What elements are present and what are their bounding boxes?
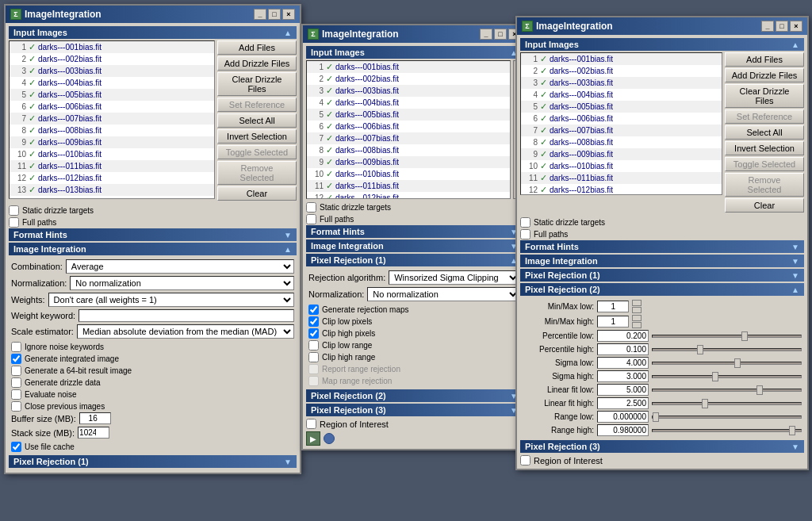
select-all-btn-1[interactable]: Select All bbox=[217, 113, 297, 128]
toggle-selected-btn-1[interactable]: Toggle Selected bbox=[217, 145, 297, 159]
info-btn-2[interactable] bbox=[324, 433, 335, 444]
add-files-btn-1[interactable]: Add Files bbox=[217, 40, 297, 55]
list-item[interactable]: 1✓darks---001bias.fit bbox=[521, 53, 722, 65]
spin-down[interactable] bbox=[632, 322, 642, 328]
remove-selected-btn-3[interactable]: Remove Selected bbox=[725, 173, 804, 197]
normalization-select[interactable]: No normalization bbox=[70, 276, 294, 290]
static-drizzle-checkbox-3[interactable] bbox=[520, 217, 530, 228]
minimize-btn-1[interactable]: _ bbox=[254, 9, 266, 20]
pixel-rejection-2-header-2[interactable]: Pixel Rejection (2) ▼ bbox=[306, 389, 523, 402]
list-item[interactable]: 4✓darks---004bias.fit bbox=[307, 97, 510, 109]
min-max-high-input[interactable] bbox=[597, 316, 629, 328]
percentile-low-track[interactable] bbox=[652, 335, 802, 338]
linear-fit-low-thumb[interactable] bbox=[756, 385, 763, 395]
set-reference-btn-1[interactable]: Set Reference bbox=[217, 98, 297, 112]
input-images-header-2[interactable]: Input Images ▲ bbox=[306, 46, 523, 59]
range-low-track[interactable] bbox=[652, 416, 802, 419]
generate-drizzle-checkbox[interactable] bbox=[11, 377, 21, 388]
list-item[interactable]: 12✓darks---012bias.fit bbox=[521, 184, 722, 195]
close-previous-checkbox[interactable] bbox=[11, 401, 21, 412]
list-item[interactable]: 10✓darks---010bias.fit bbox=[307, 168, 510, 180]
generate-64bit-checkbox[interactable] bbox=[11, 366, 21, 376]
stack-size-input[interactable] bbox=[78, 427, 109, 439]
range-low-thumb[interactable] bbox=[653, 412, 659, 422]
image-integration-header-1[interactable]: Image Integration ▲ bbox=[9, 243, 297, 255]
select-all-btn-3[interactable]: Select All bbox=[725, 125, 804, 140]
remove-selected-btn-1[interactable]: Remove Selected bbox=[217, 161, 297, 185]
format-hints-header-2[interactable]: Format Hints ▼ bbox=[306, 225, 523, 238]
list-item[interactable]: 5✓darks---005bias.fit bbox=[10, 89, 214, 101]
pixel-rejection-1-header-3[interactable]: Pixel Rejection (1) ▼ bbox=[520, 269, 804, 282]
list-item[interactable]: 2✓darks---002bias.fit bbox=[10, 53, 214, 65]
list-item[interactable]: 6✓darks---006bias.fit bbox=[10, 101, 214, 113]
list-item[interactable]: 14✓darks---014bias.fit bbox=[10, 196, 214, 199]
clear-btn-3[interactable]: Clear bbox=[725, 198, 804, 213]
set-reference-btn-3[interactable]: Set Reference bbox=[725, 109, 804, 124]
titlebar-2[interactable]: Σ ImageIntegration _ □ × bbox=[303, 25, 526, 43]
linear-fit-low-value[interactable] bbox=[597, 384, 649, 396]
spin-down[interactable] bbox=[632, 307, 642, 313]
sigma-high-track[interactable] bbox=[652, 375, 802, 378]
linear-fit-high-thumb[interactable] bbox=[702, 399, 708, 408]
list-item[interactable]: 3✓darks---003bias.fit bbox=[307, 85, 510, 97]
percentile-low-value[interactable] bbox=[597, 330, 649, 342]
add-drizzle-files-btn-3[interactable]: Add Drizzle Files bbox=[725, 68, 804, 82]
close-btn-1[interactable]: × bbox=[282, 9, 295, 20]
restore-btn-2[interactable]: □ bbox=[494, 29, 507, 40]
add-drizzle-files-btn-1[interactable]: Add Drizzle Files bbox=[217, 56, 297, 71]
pixel-rejection-1-header-1[interactable]: Pixel Rejection (1) ▼ bbox=[9, 455, 297, 468]
minimize-btn-3[interactable]: _ bbox=[761, 21, 774, 32]
roi-checkbox-2[interactable] bbox=[306, 419, 316, 429]
list-item[interactable]: 4✓darks---004bias.fit bbox=[10, 77, 214, 89]
pixel-rejection-3-header-2[interactable]: Pixel Rejection (3) ▼ bbox=[306, 404, 523, 416]
run-btn-2[interactable]: ▶ bbox=[306, 431, 320, 446]
list-item[interactable]: 3✓darks---003bias.fit bbox=[521, 77, 722, 89]
list-item[interactable]: 13✓darks---013bias.fit bbox=[10, 184, 214, 196]
combination-select[interactable]: Average bbox=[66, 259, 294, 274]
weights-select[interactable]: Don't care (all weights = 1) bbox=[48, 293, 294, 307]
add-files-btn-3[interactable]: Add Files bbox=[725, 52, 804, 67]
restore-btn-1[interactable]: □ bbox=[268, 9, 281, 20]
image-integration-header-3[interactable]: Image Integration ▼ bbox=[520, 255, 804, 267]
format-hints-header-3[interactable]: Format Hints ▼ bbox=[520, 240, 804, 253]
spin-up[interactable] bbox=[632, 315, 642, 321]
list-item[interactable]: 7✓darks---007bias.fit bbox=[307, 132, 510, 144]
map-range-checkbox[interactable] bbox=[308, 376, 319, 386]
min-max-low-input[interactable] bbox=[597, 301, 629, 312]
static-drizzle-checkbox-1[interactable] bbox=[9, 205, 19, 216]
clip-high-range-checkbox[interactable] bbox=[308, 352, 319, 362]
close-btn-3[interactable]: × bbox=[790, 21, 802, 32]
invert-selection-btn-3[interactable]: Invert Selection bbox=[725, 141, 804, 155]
list-item[interactable]: 1✓darks---001bias.fit bbox=[307, 61, 510, 73]
clip-low-pixels-checkbox[interactable] bbox=[308, 316, 319, 327]
list-item[interactable]: 8✓darks---008bias.fit bbox=[521, 136, 722, 148]
format-hints-header-1[interactable]: Format Hints ▼ bbox=[9, 228, 297, 241]
list-item[interactable]: 12✓darks---012bias.fit bbox=[10, 172, 214, 184]
range-high-track[interactable] bbox=[652, 429, 802, 432]
full-paths-checkbox-2[interactable] bbox=[306, 214, 316, 224]
buffer-size-input[interactable] bbox=[79, 412, 111, 424]
static-drizzle-checkbox-2[interactable] bbox=[306, 202, 316, 213]
pixel-rejection-2-header-3[interactable]: Pixel Rejection (2) ▲ bbox=[520, 283, 804, 296]
clear-drizzle-files-btn-3[interactable]: Clear Drizzle Files bbox=[725, 84, 804, 108]
full-paths-checkbox-1[interactable] bbox=[9, 217, 19, 228]
list-item[interactable]: 10✓darks---010bias.fit bbox=[10, 148, 214, 160]
full-paths-checkbox-3[interactable] bbox=[520, 229, 530, 239]
spin-up[interactable] bbox=[632, 300, 642, 306]
percentile-high-thumb[interactable] bbox=[697, 345, 703, 354]
titlebar-3[interactable]: Σ ImageIntegration _ □ × bbox=[517, 17, 807, 35]
use-file-cache-checkbox[interactable] bbox=[11, 442, 21, 452]
linear-fit-low-track[interactable] bbox=[652, 389, 802, 392]
percentile-low-thumb[interactable] bbox=[741, 331, 748, 341]
minimize-btn-2[interactable]: _ bbox=[480, 29, 492, 40]
evaluate-noise-checkbox[interactable] bbox=[11, 389, 21, 400]
sigma-low-value[interactable] bbox=[597, 357, 649, 369]
toggle-selected-btn-3[interactable]: Toggle Selected bbox=[725, 157, 804, 171]
sigma-low-thumb[interactable] bbox=[734, 358, 741, 368]
list-item[interactable]: 11✓darks---011bias.fit bbox=[521, 172, 722, 184]
weight-keyword-input[interactable] bbox=[79, 309, 294, 322]
list-item[interactable]: 6✓darks---006bias.fit bbox=[521, 113, 722, 125]
list-item[interactable]: 2✓darks---002bias.fit bbox=[521, 65, 722, 77]
list-item[interactable]: 1✓darks---001bias.fit bbox=[10, 41, 214, 53]
file-list-2[interactable]: 1✓darks---001bias.fit 2✓darks---002bias.… bbox=[306, 60, 511, 199]
